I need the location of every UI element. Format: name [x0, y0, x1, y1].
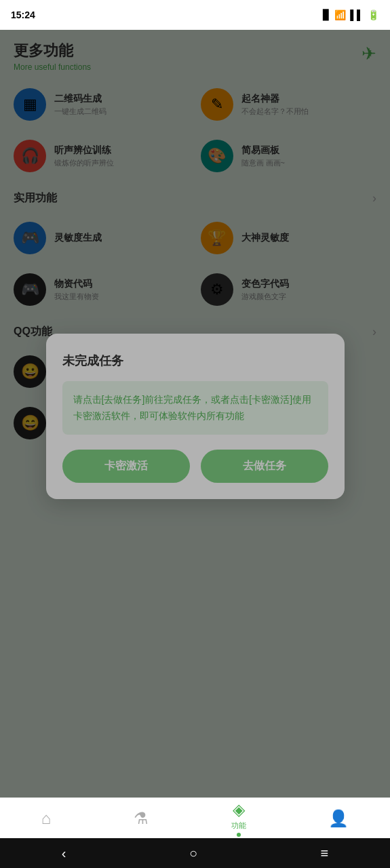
network-icon: ▌▌: [350, 9, 364, 20]
bottom-nav: ⌂ ⚗ ◈ 功能 👤: [0, 797, 390, 838]
menu-button[interactable]: ≡: [310, 843, 340, 864]
user-icon: 👤: [328, 809, 349, 828]
nav-item-user[interactable]: 👤: [328, 809, 349, 828]
main-content: 更多功能 More useful functions ✈ ▦ 二维码生成 一键生…: [0, 30, 390, 803]
dialog-message-box: 请点击[去做任务]前往完成任务，或者点击[卡密激活]使用卡密激活软件，即可体验软…: [62, 381, 328, 435]
signal-icon: ▊: [323, 9, 330, 20]
status-icons: ▊ 📶 ▌▌ 🔋: [323, 9, 379, 20]
status-time: 15:24: [11, 9, 35, 20]
active-dot: [237, 833, 241, 837]
func-nav-label: 功能: [231, 821, 246, 831]
do-task-button[interactable]: 去做任务: [201, 450, 328, 483]
battery-icon: 🔋: [368, 9, 379, 20]
activate-button[interactable]: 卡密激活: [62, 450, 190, 483]
nav-item-func[interactable]: ◈ 功能: [231, 800, 246, 837]
dialog: 未完成任务 请点击[去做任务]前往完成任务，或者点击[卡密激活]使用卡密激活软件…: [46, 334, 345, 500]
back-button[interactable]: ‹: [51, 843, 77, 864]
func-icon-nav: ◈: [233, 800, 245, 819]
nav-item-lab[interactable]: ⚗: [134, 809, 149, 828]
nav-item-home[interactable]: ⌂: [41, 809, 52, 828]
wifi-icon: 📶: [334, 9, 346, 20]
status-bar: 15:24 ▊ 📶 ▌▌ 🔋: [0, 0, 390, 30]
dialog-overlay: 未完成任务 请点击[去做任务]前往完成任务，或者点击[卡密激活]使用卡密激活软件…: [0, 30, 390, 803]
system-nav-bar: ‹ ○ ≡: [0, 838, 390, 868]
dialog-message: 请点击[去做任务]前往完成任务，或者点击[卡密激活]使用卡密激活软件，即可体验软…: [73, 392, 317, 425]
dialog-title: 未完成任务: [62, 353, 328, 369]
dialog-buttons: 卡密激活 去做任务: [62, 450, 328, 483]
home-icon: ⌂: [41, 809, 52, 828]
lab-icon: ⚗: [134, 809, 149, 828]
home-button[interactable]: ○: [178, 843, 208, 864]
